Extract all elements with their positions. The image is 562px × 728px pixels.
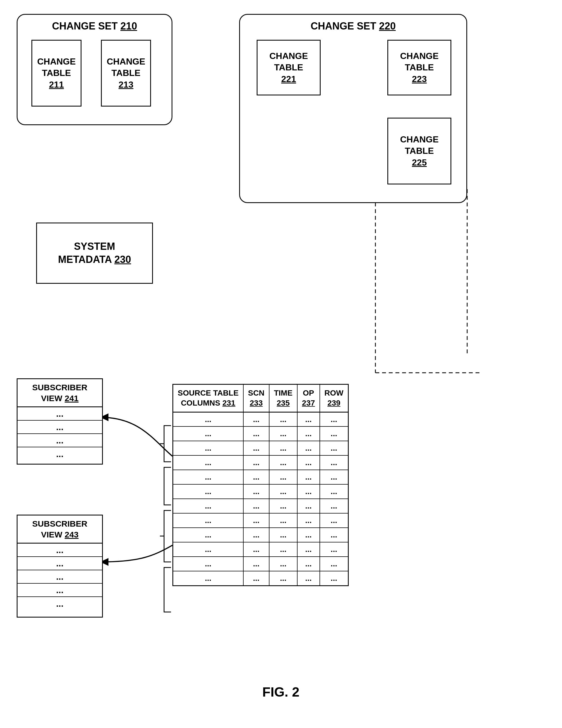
table-row: ...............	[173, 484, 348, 499]
cell-8-2: ...	[269, 528, 297, 542]
cell-11-3: ...	[297, 571, 320, 586]
cell-2-1: ...	[243, 441, 269, 455]
diagram-container: CHANGE SET 210 CHANGETABLE211 CHANGETABL…	[0, 0, 562, 728]
cell-1-0: ...	[173, 426, 243, 441]
cell-2-3: ...	[297, 441, 320, 455]
change-table-223: CHANGETABLE223	[387, 40, 451, 95]
cell-4-4: ...	[320, 470, 348, 484]
cell-9-3: ...	[297, 542, 320, 557]
table-row: ...............	[173, 426, 348, 441]
cell-1-2: ...	[269, 426, 297, 441]
cell-11-4: ...	[320, 571, 348, 586]
cell-3-3: ...	[297, 455, 320, 470]
cell-1-3: ...	[297, 426, 320, 441]
system-metadata-230: SYSTEMMETADATA 230	[36, 223, 153, 284]
change-table-221: CHANGETABLE221	[257, 40, 320, 95]
table-row: ...............	[173, 499, 348, 513]
cell-9-2: ...	[269, 542, 297, 557]
col-op: OP237	[297, 384, 320, 412]
cell-3-0: ...	[173, 455, 243, 470]
system-metadata-label: SYSTEMMETADATA 230	[58, 240, 131, 266]
subscriber-view-241: SUBSCRIBERVIEW 241 ... ... ... ...	[17, 378, 103, 465]
cell-6-3: ...	[297, 499, 320, 513]
cell-3-2: ...	[269, 455, 297, 470]
table-row: ...............	[173, 455, 348, 470]
cell-0-0: ...	[173, 412, 243, 426]
cell-2-2: ...	[269, 441, 297, 455]
cell-5-3: ...	[297, 484, 320, 499]
cell-11-2: ...	[269, 571, 297, 586]
cell-4-3: ...	[297, 470, 320, 484]
cell-4-0: ...	[173, 470, 243, 484]
cell-10-0: ...	[173, 557, 243, 571]
cell-1-4: ...	[320, 426, 348, 441]
col-time: TIME235	[269, 384, 297, 412]
cell-2-0: ...	[173, 441, 243, 455]
table-row: ...............	[173, 528, 348, 542]
cell-8-1: ...	[243, 528, 269, 542]
subscriber-view-243-row-3: ...	[18, 570, 102, 584]
subscriber-view-241-row-4: ...	[18, 447, 102, 461]
cell-8-0: ...	[173, 528, 243, 542]
cell-0-4: ...	[320, 412, 348, 426]
subscriber-view-241-header: SUBSCRIBERVIEW 241	[18, 379, 102, 407]
subscriber-view-243-row-1: ...	[18, 544, 102, 557]
subscriber-view-243: SUBSCRIBERVIEW 243 ... ... ... ... ...	[17, 515, 103, 618]
col-scn: SCN233	[243, 384, 269, 412]
cell-0-1: ...	[243, 412, 269, 426]
cell-7-1: ...	[243, 513, 269, 528]
cell-8-4: ...	[320, 528, 348, 542]
cell-6-2: ...	[269, 499, 297, 513]
data-table: SOURCE TABLECOLUMNS 231 SCN233 TIME235 O…	[173, 384, 349, 586]
subscriber-view-241-row-1: ...	[18, 407, 102, 421]
subscriber-view-243-row-2: ...	[18, 557, 102, 570]
change-table-225-label: CHANGETABLE225	[400, 134, 439, 169]
cell-11-1: ...	[243, 571, 269, 586]
fig-label: FIG. 2	[228, 684, 334, 700]
cell-7-4: ...	[320, 513, 348, 528]
cell-5-1: ...	[243, 484, 269, 499]
cell-6-4: ...	[320, 499, 348, 513]
cell-2-4: ...	[320, 441, 348, 455]
table-row: ...............	[173, 542, 348, 557]
table-row: ...............	[173, 441, 348, 455]
cell-9-0: ...	[173, 542, 243, 557]
change-table-223-label: CHANGETABLE223	[400, 50, 439, 85]
change-table-211: CHANGETABLE211	[31, 40, 82, 107]
table-row: ...............	[173, 470, 348, 484]
cell-9-1: ...	[243, 542, 269, 557]
change-set-220: CHANGE SET 220 CHANGETABLE221 CHANGETABL…	[239, 14, 467, 203]
cell-0-3: ...	[297, 412, 320, 426]
table-row: ...............	[173, 571, 348, 586]
cell-10-1: ...	[243, 557, 269, 571]
cell-7-0: ...	[173, 513, 243, 528]
cell-4-1: ...	[243, 470, 269, 484]
cell-6-0: ...	[173, 499, 243, 513]
col-source-table: SOURCE TABLECOLUMNS 231	[173, 384, 243, 412]
table-row: ...............	[173, 513, 348, 528]
cell-9-4: ...	[320, 542, 348, 557]
table-row: ...............	[173, 412, 348, 426]
cell-0-2: ...	[269, 412, 297, 426]
change-table-213-label: CHANGETABLE213	[107, 56, 146, 91]
change-set-210-label: CHANGE SET 210	[52, 20, 137, 32]
subscriber-view-241-row-3: ...	[18, 434, 102, 447]
change-table-213: CHANGETABLE213	[101, 40, 151, 107]
cell-5-2: ...	[269, 484, 297, 499]
cell-5-4: ...	[320, 484, 348, 499]
col-row: ROW239	[320, 384, 348, 412]
change-table-225: CHANGETABLE225	[387, 118, 451, 184]
change-set-210: CHANGE SET 210 CHANGETABLE211 CHANGETABL…	[17, 14, 173, 125]
table-row: ...............	[173, 557, 348, 571]
cell-6-1: ...	[243, 499, 269, 513]
subscriber-view-241-row-2: ...	[18, 421, 102, 434]
subscriber-view-243-row-5: ...	[18, 597, 102, 610]
change-set-220-label: CHANGE SET 220	[310, 20, 396, 32]
cell-4-2: ...	[269, 470, 297, 484]
cell-7-3: ...	[297, 513, 320, 528]
subscriber-view-243-row-4: ...	[18, 584, 102, 597]
cell-3-1: ...	[243, 455, 269, 470]
cell-7-2: ...	[269, 513, 297, 528]
cell-8-3: ...	[297, 528, 320, 542]
cell-5-0: ...	[173, 484, 243, 499]
